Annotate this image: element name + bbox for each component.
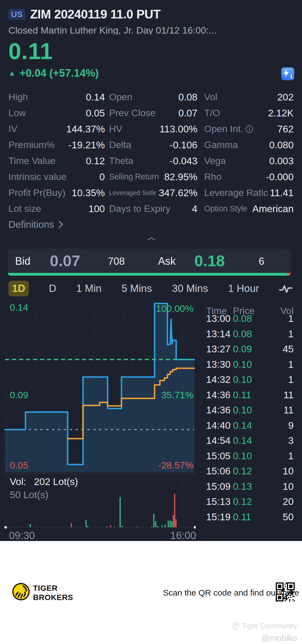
trade-row: 14:320.101 xyxy=(196,372,302,387)
stat-cell: Low0.05 xyxy=(8,107,105,119)
stat-cell: Profit Pr(Buy)10.35% xyxy=(8,187,105,198)
stat-cell: Vol202 xyxy=(204,92,294,103)
tab-30-mins[interactable]: 30 Mins xyxy=(172,283,208,294)
time-and-sales-panel[interactable]: Time Price Vol 13:000.08113:140.08113:27… xyxy=(196,301,302,541)
stat-value: 82.95% xyxy=(164,171,197,182)
trade-row: 15:050.101 xyxy=(196,448,302,464)
stat-cell: Leverage Ratio11.41 xyxy=(204,187,294,198)
pct-label-high: 100.00% xyxy=(132,303,194,314)
trade-row: 13:300.101 xyxy=(196,357,302,372)
stat-value: -0.106 xyxy=(170,139,197,151)
y-label-mid: 0.09 xyxy=(10,390,28,401)
stat-cell: Theta-0.043 xyxy=(109,155,197,167)
trade-vol: 10 xyxy=(283,465,294,477)
stat-value: -0.000 xyxy=(266,171,294,182)
change-text: +0.04 (+57.14%) xyxy=(20,67,99,79)
market-badge: US xyxy=(8,9,25,20)
stat-label: Prev Close xyxy=(109,107,176,118)
trade-row: 15:190.1150 xyxy=(196,509,302,525)
qr-code xyxy=(276,582,295,601)
stat-label: Open Int. xyxy=(204,123,275,134)
tab-1-min[interactable]: 1 Min xyxy=(76,283,102,294)
trade-time: 13:14 xyxy=(206,328,231,339)
stat-cell: High0.14 xyxy=(8,92,105,103)
trade-price: 0.11 xyxy=(233,511,251,523)
trade-time: 14:40 xyxy=(206,420,231,431)
stats-row: IV144.37%HV113.00%Open Int.762 xyxy=(8,121,294,137)
trade-vol: 20 xyxy=(283,496,294,507)
bid-ask-panel[interactable]: Bid 0.07 708 Ask 0.18 6 xyxy=(8,249,291,276)
trade-vol: 11 xyxy=(284,404,294,416)
stat-value: 202 xyxy=(277,92,294,103)
page-title: ZIM 20240119 11.0 PUT xyxy=(30,7,161,21)
stat-value: 11.41 xyxy=(270,187,294,198)
trade-price: 0.11 xyxy=(233,389,251,401)
trade-time: 14:36 xyxy=(206,404,231,416)
trade-row: 13:270.0945 xyxy=(196,341,302,357)
up-arrow-icon: ▲ xyxy=(8,69,16,78)
stat-cell: Leveraged Selling Retu347.62% xyxy=(109,187,197,198)
stat-label: Open xyxy=(109,92,176,102)
stat-value: 0.05 xyxy=(86,107,105,119)
stat-cell: Time Value0.12 xyxy=(8,155,105,167)
flash-order-button[interactable]: 1 xyxy=(281,67,294,80)
stats-row: Low0.05Prev Close0.07T/O2.12K xyxy=(8,105,294,121)
stat-value: 0.07 xyxy=(178,107,197,119)
tab-1-hour[interactable]: 1 Hour xyxy=(228,283,259,294)
stat-cell: IV144.37% xyxy=(8,123,105,135)
lightning-icon xyxy=(283,69,290,78)
stat-label: Leverage Ratio xyxy=(204,187,268,198)
stats-grid: High0.14Open0.08Vol202Low0.05Prev Close0… xyxy=(8,89,294,217)
trade-vol: 11 xyxy=(284,389,294,401)
stat-label: Theta xyxy=(109,155,167,166)
info-icon[interactable] xyxy=(246,125,253,133)
bid-price[interactable]: 0.07 xyxy=(50,252,80,270)
watermark-community: Tiger Community xyxy=(231,622,297,630)
period-tab-bar: 1DD1 Min5 Mins30 Mins1 Hour xyxy=(0,279,302,298)
stat-label: Lot size xyxy=(8,203,86,214)
stats-row: Profit Pr(Buy)10.35%Leveraged Selling Re… xyxy=(8,185,294,201)
stat-cell: T/O2.12K xyxy=(204,107,294,119)
stat-value: 4 xyxy=(192,203,197,214)
stats-row: Lot size100Days to Expiry4Option StyleAm… xyxy=(8,201,294,217)
trade-time: 13:00 xyxy=(206,313,231,324)
trade-price: 0.14 xyxy=(233,420,252,431)
trade-vol: 1 xyxy=(288,450,294,462)
trade-price: 0.10 xyxy=(233,450,252,462)
intraday-chart[interactable] xyxy=(0,301,196,541)
tab-1d[interactable]: 1D xyxy=(8,281,29,296)
stats-row: Intrinsic value0Selling Return82.95%Rho-… xyxy=(8,169,294,185)
trade-vol: 10 xyxy=(283,481,294,492)
trade-row: 15:130.1220 xyxy=(196,494,302,509)
definitions-link[interactable]: Definitions xyxy=(8,219,63,230)
stat-label: Low xyxy=(8,107,84,118)
stat-value: 100 xyxy=(89,203,105,214)
stat-value: -19.21% xyxy=(69,139,105,151)
trades-rows: 13:000.08113:140.08113:270.094513:300.10… xyxy=(196,311,302,524)
brand-line1: TIGER xyxy=(33,584,73,593)
trade-time: 14:36 xyxy=(206,389,231,401)
trade-time: 13:27 xyxy=(206,343,231,355)
collapse-caret-button[interactable] xyxy=(147,237,155,242)
definitions-label: Definitions xyxy=(8,219,54,230)
tab-5-mins[interactable]: 5 Mins xyxy=(121,283,152,294)
stats-row: Time Value0.12Theta-0.043Vega0.003 xyxy=(8,153,294,169)
stat-label: Option Style xyxy=(204,204,250,213)
stat-cell: Selling Return82.95% xyxy=(109,171,197,182)
tab-d[interactable]: D xyxy=(49,283,56,294)
stats-row: Premium%-19.21%Delta-0.106Gamma0.080 xyxy=(8,137,294,153)
last-price: 0.11 xyxy=(8,38,53,64)
ask-size: 6 xyxy=(259,255,264,267)
stat-value: 0.14 xyxy=(86,92,105,103)
pct-label-low: -28.57% xyxy=(132,460,194,471)
line-chart-icon[interactable] xyxy=(279,284,292,294)
bid-size: 708 xyxy=(108,255,125,267)
trade-row: 14:400.149 xyxy=(196,418,302,433)
trade-price: 0.12 xyxy=(233,465,252,477)
ask-price[interactable]: 0.18 xyxy=(194,252,225,270)
stat-cell: Open0.08 xyxy=(109,92,197,103)
footer: TIGER BROKERS Scan the QR code and find … xyxy=(0,541,302,644)
bid-label: Bid xyxy=(15,255,30,267)
trade-time: 15:09 xyxy=(206,481,231,492)
trade-time: 15:06 xyxy=(206,465,231,477)
